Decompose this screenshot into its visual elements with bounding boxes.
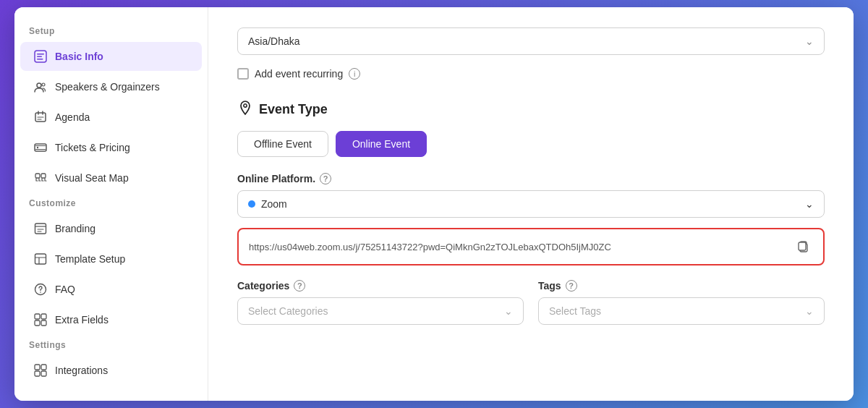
tags-chevron-icon: ⌄ bbox=[805, 305, 814, 317]
branding-icon bbox=[33, 221, 48, 236]
categories-label: Categories ? bbox=[237, 280, 524, 292]
event-type-title: Event Type bbox=[259, 102, 328, 117]
sidebar-item-template[interactable]: Template Setup bbox=[20, 245, 202, 273]
categories-chevron-icon: ⌄ bbox=[504, 305, 513, 317]
timezone-dropdown[interactable]: Asia/Dhaka ⌄ bbox=[237, 27, 825, 55]
customize-section-label: Customize bbox=[14, 194, 208, 213]
zoom-url-field: https://us04web.zoom.us/j/75251143722?pw… bbox=[237, 228, 825, 265]
timezone-value: Asia/Dhaka bbox=[248, 35, 300, 47]
event-type-section: Event Type bbox=[237, 100, 825, 119]
sidebar-item-agenda-label: Agenda bbox=[55, 111, 90, 123]
settings-section-label: Settings bbox=[14, 336, 208, 354]
platform-left: Zoom bbox=[248, 198, 287, 210]
svg-point-14 bbox=[40, 292, 41, 293]
online-event-button[interactable]: Online Event bbox=[336, 131, 427, 157]
sidebar-item-visual-seat-label: Visual Seat Map bbox=[55, 172, 129, 184]
recurring-checkbox[interactable] bbox=[237, 68, 249, 80]
setup-section-label: Setup bbox=[14, 22, 208, 41]
categories-column: Categories ? Select Categories ⌄ bbox=[237, 280, 524, 325]
svg-rect-12 bbox=[35, 254, 46, 264]
sidebar-item-speakers-label: Speakers & Orgainzers bbox=[55, 81, 160, 93]
sidebar-item-faq-label: FAQ bbox=[55, 284, 75, 295]
sidebar-item-speakers[interactable]: Speakers & Orgainzers bbox=[20, 72, 202, 101]
svg-rect-15 bbox=[35, 314, 40, 319]
svg-rect-9 bbox=[35, 174, 40, 178]
visual-seat-icon bbox=[33, 171, 48, 185]
svg-rect-19 bbox=[35, 365, 40, 370]
sidebar-item-branding-label: Branding bbox=[55, 223, 95, 234]
svg-rect-16 bbox=[41, 314, 46, 319]
categories-info-icon[interactable]: ? bbox=[294, 280, 305, 292]
sidebar: Setup Basic Info bbox=[14, 7, 208, 401]
extra-fields-icon bbox=[33, 313, 48, 327]
svg-rect-25 bbox=[799, 242, 806, 250]
svg-rect-17 bbox=[35, 320, 40, 326]
zoom-url-text: https://us04web.zoom.us/j/75251143722?pw… bbox=[249, 242, 611, 252]
tags-placeholder: Select Tags bbox=[549, 305, 601, 317]
faq-icon bbox=[33, 282, 48, 297]
offline-event-button[interactable]: Offline Event bbox=[237, 131, 328, 157]
svg-rect-18 bbox=[41, 320, 46, 326]
svg-rect-1 bbox=[37, 54, 44, 55]
sidebar-item-visual-seat[interactable]: Visual Seat Map bbox=[20, 163, 202, 192]
categories-placeholder: Select Categories bbox=[248, 305, 328, 317]
sidebar-item-branding[interactable]: Branding bbox=[20, 214, 202, 243]
sidebar-item-basic-info-label: Basic Info bbox=[55, 51, 103, 62]
sidebar-item-extra-fields[interactable]: Extra Fields bbox=[20, 305, 202, 334]
speakers-icon bbox=[33, 80, 48, 94]
sidebar-item-template-label: Template Setup bbox=[55, 253, 125, 265]
svg-rect-22 bbox=[41, 371, 46, 376]
svg-rect-7 bbox=[35, 144, 46, 151]
timezone-chevron-icon: ⌄ bbox=[805, 35, 814, 47]
sidebar-item-tickets[interactable]: Tickets & Pricing bbox=[20, 133, 202, 162]
sidebar-item-basic-info[interactable]: Basic Info bbox=[20, 42, 202, 71]
categories-dropdown[interactable]: Select Categories ⌄ bbox=[237, 297, 524, 325]
zoom-label: Zoom bbox=[261, 198, 287, 210]
recurring-label: Add event recurring bbox=[255, 68, 343, 80]
sidebar-item-extra-fields-label: Extra Fields bbox=[55, 314, 109, 326]
tags-label: Tags ? bbox=[538, 280, 825, 292]
svg-point-23 bbox=[244, 104, 247, 107]
location-icon bbox=[237, 100, 253, 119]
platform-info-icon[interactable]: ? bbox=[320, 173, 331, 184]
svg-rect-3 bbox=[37, 59, 43, 60]
svg-point-4 bbox=[37, 83, 41, 88]
tags-info-icon[interactable]: ? bbox=[566, 280, 577, 292]
app-window: Setup Basic Info bbox=[14, 7, 854, 401]
svg-rect-21 bbox=[35, 371, 40, 376]
basic-info-icon bbox=[33, 49, 48, 64]
svg-point-5 bbox=[42, 83, 45, 86]
main-content: Asia/Dhaka ⌄ Add event recurring i Event… bbox=[208, 7, 854, 401]
svg-rect-2 bbox=[37, 56, 42, 58]
tags-column: Tags ? Select Tags ⌄ bbox=[538, 280, 825, 325]
recurring-info-icon[interactable]: i bbox=[349, 68, 360, 80]
tags-dropdown[interactable]: Select Tags ⌄ bbox=[538, 297, 825, 325]
template-icon bbox=[33, 252, 48, 266]
svg-rect-20 bbox=[41, 365, 46, 370]
agenda-icon bbox=[33, 110, 48, 124]
svg-rect-10 bbox=[41, 174, 46, 178]
platform-dropdown[interactable]: Zoom ⌄ bbox=[237, 190, 825, 218]
integrations-icon bbox=[33, 363, 48, 378]
sidebar-item-agenda[interactable]: Agenda bbox=[20, 103, 202, 132]
platform-chevron-icon: ⌄ bbox=[805, 198, 814, 210]
online-platform-label: Online Platform. ? bbox=[237, 173, 825, 184]
tickets-icon bbox=[33, 140, 48, 155]
copy-url-button[interactable] bbox=[793, 237, 813, 257]
categories-tags-row: Categories ? Select Categories ⌄ Tags ? … bbox=[237, 280, 825, 325]
svg-rect-11 bbox=[35, 224, 46, 234]
sidebar-item-tickets-label: Tickets & Pricing bbox=[55, 142, 130, 153]
sidebar-item-integrations-label: Integrations bbox=[55, 365, 108, 376]
event-type-buttons: Offline Event Online Event bbox=[237, 131, 825, 157]
sidebar-item-integrations[interactable]: Integrations bbox=[20, 356, 202, 385]
zoom-dot-icon bbox=[248, 200, 255, 208]
svg-point-8 bbox=[37, 147, 38, 148]
sidebar-item-faq[interactable]: FAQ bbox=[20, 275, 202, 304]
recurring-row: Add event recurring i bbox=[237, 68, 825, 80]
